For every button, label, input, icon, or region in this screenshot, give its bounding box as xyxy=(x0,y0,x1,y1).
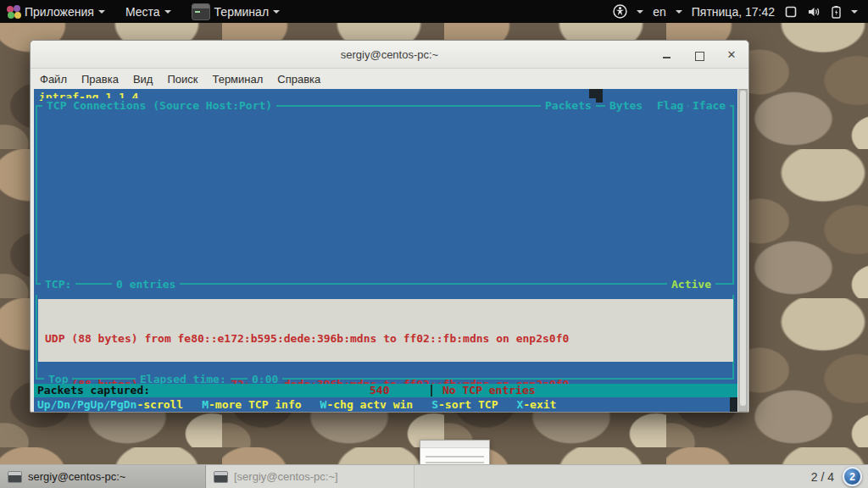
status-divider xyxy=(431,385,432,396)
menu-file[interactable]: Файл xyxy=(40,73,67,86)
packets-captured-value: 540 xyxy=(370,383,389,397)
window-titlebar[interactable]: sergiy@centos-pc:~ ✕ xyxy=(31,41,748,69)
workspace-area: 2 / 4 2 xyxy=(811,465,868,488)
column-packets: Packets xyxy=(541,98,596,113)
chevron-down-icon xyxy=(164,10,171,14)
panel-left: Приложения Места Терминал xyxy=(0,3,293,20)
tcp-entries-count: 0 entries xyxy=(112,277,180,291)
window-menubar: Файл Правка Вид Поиск Терминал Справка xyxy=(31,69,748,89)
key-hint-scroll: Up/Dn/PgUp/PgDn-scroll xyxy=(37,397,183,412)
column-flag: Flag xyxy=(653,98,687,113)
menu-view[interactable]: Вид xyxy=(133,73,153,86)
chevron-down-icon[interactable] xyxy=(637,10,643,14)
chevron-down-icon xyxy=(98,10,105,14)
taskbar-window-label: [sergiy@centos-pc:~] xyxy=(234,470,338,483)
chevron-down-icon xyxy=(273,10,280,14)
places-menu-label: Места xyxy=(125,5,160,19)
applications-icon xyxy=(7,5,20,19)
places-menu[interactable]: Места xyxy=(125,5,171,19)
key-hint-chg-win: W-chg actv win xyxy=(320,397,414,412)
scrollbar-thumb[interactable] xyxy=(740,91,746,406)
key-hint-exit: X-exit xyxy=(516,397,556,412)
active-app-menu[interactable]: Терминал xyxy=(192,3,280,20)
chevron-down-icon[interactable] xyxy=(851,10,858,14)
accessibility-icon[interactable] xyxy=(613,4,627,19)
tcp-box-title: TCP Connections (Source Host:Port) xyxy=(42,98,276,113)
menu-terminal[interactable]: Терминал xyxy=(212,73,263,86)
top-panel: Приложения Места Терминал xyxy=(0,0,868,23)
key-hint-sort: S-sort TCP xyxy=(431,397,498,412)
capture-status-active: Active xyxy=(667,277,715,291)
minimize-button[interactable] xyxy=(662,50,672,60)
tcp-connections-box xyxy=(36,105,734,285)
clock[interactable]: Пятница, 17:42 xyxy=(692,5,775,19)
udp-log-panel: UDP (88 bytes) from fe80::e172:b595:dede… xyxy=(38,299,733,362)
display-icon[interactable] xyxy=(784,5,798,19)
udp-log-line: UDP (88 bytes) from fe80::e172:b595:dede… xyxy=(45,331,733,347)
function-key-bar: Up/Dn/PgUp/PgDn-scroll M-more TCP info W… xyxy=(34,397,737,412)
terminal-scrollbar[interactable] xyxy=(738,89,748,412)
terminal-screen[interactable]: iptraf-ng 1.1.4 TCP Connections (Source … xyxy=(34,89,737,412)
cursor-block xyxy=(730,397,737,412)
menu-help[interactable]: Справка xyxy=(277,73,320,86)
menu-search[interactable]: Поиск xyxy=(167,73,198,86)
close-button[interactable]: ✕ xyxy=(726,50,737,60)
taskbar-window-label: sergiy@centos-pc:~ xyxy=(28,470,125,483)
status-message: No TCP entries xyxy=(442,383,536,397)
window-title: sergiy@centos-pc:~ xyxy=(31,48,748,61)
taskbar-window-terminal[interactable]: sergiy@centos-pc:~ xyxy=(0,465,206,488)
keyboard-layout-indicator[interactable]: en xyxy=(653,5,666,19)
volume-icon[interactable] xyxy=(807,5,821,19)
taskbar: sergiy@centos-pc:~ [sergiy@centos-pc:~] … xyxy=(0,464,868,488)
desktop-screen: Приложения Места Терминал xyxy=(0,0,868,488)
terminal-app-icon xyxy=(192,3,210,20)
column-iface: Iface xyxy=(688,98,730,113)
window-controls: ✕ xyxy=(662,41,737,69)
capture-status-bar: Packets captured: 540 No TCP entries xyxy=(34,384,737,397)
packets-captured-label: Packets captured: xyxy=(37,383,150,397)
applications-menu[interactable]: Приложения xyxy=(7,5,105,19)
panel-right: en Пятница, 17:42 xyxy=(613,4,868,19)
chevron-down-icon[interactable] xyxy=(676,10,682,14)
tcp-footer-label: TCP: xyxy=(41,277,75,291)
active-app-label: Терминал xyxy=(214,5,269,19)
taskbar-window-terminal-minimized[interactable]: [sergiy@centos-pc:~] xyxy=(206,465,415,488)
terminal-window-icon xyxy=(8,471,22,483)
battery-icon[interactable] xyxy=(831,5,842,19)
menu-edit[interactable]: Правка xyxy=(81,73,119,86)
applications-menu-label: Приложения xyxy=(25,5,94,19)
mini-window-titlebar xyxy=(420,441,489,448)
maximize-button[interactable] xyxy=(694,50,704,60)
workspace-badge[interactable]: 2 xyxy=(843,467,862,486)
key-hint-more: M-more TCP info xyxy=(202,397,301,412)
terminal-window-icon xyxy=(214,471,228,483)
terminal-window: sergiy@centos-pc:~ ✕ Файл Правка Вид Пои… xyxy=(30,40,749,413)
workspace-indicator[interactable]: 2 / 4 xyxy=(811,470,834,484)
